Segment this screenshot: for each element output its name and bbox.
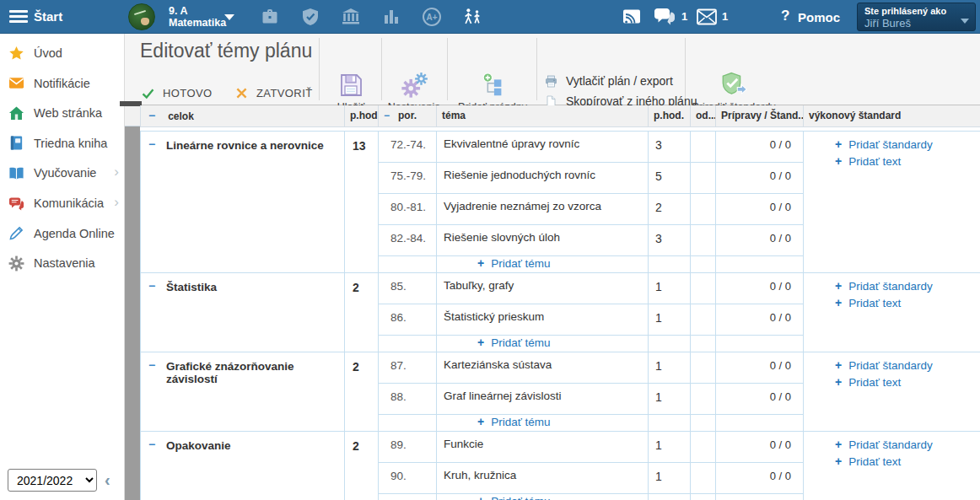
- help-question-icon[interactable]: ?: [781, 8, 789, 24]
- topic-order-cell[interactable]: 82.-84.: [379, 224, 437, 255]
- collapse-unit-icon[interactable]: −: [148, 279, 155, 293]
- topic-preparations-cell[interactable]: 0 / 0: [716, 383, 804, 414]
- collapse-unit-icon[interactable]: −: [148, 137, 155, 151]
- topic-hours-cell[interactable]: 3: [649, 131, 691, 162]
- topic-date-cell[interactable]: [691, 162, 716, 193]
- grades-a-plus-icon[interactable]: A+: [422, 7, 442, 27]
- topic-name-cell[interactable]: Funkcie: [437, 431, 649, 462]
- unit-hours-cell[interactable]: 2: [345, 272, 379, 352]
- add-topic-link[interactable]: +Pridať tému: [477, 257, 551, 270]
- topic-name-cell[interactable]: Štatistický prieskum: [437, 304, 649, 335]
- sidebar-item-web-stranka[interactable]: Web stránka: [0, 99, 125, 127]
- chevron-right-icon[interactable]: ›: [114, 194, 119, 211]
- add-standards-link[interactable]: +Pridať štandardy: [835, 438, 980, 451]
- unit-name-cell[interactable]: −Štatistika: [141, 272, 345, 352]
- topic-name-cell[interactable]: Graf lineárnej závislosti: [437, 383, 649, 414]
- topic-preparations-cell[interactable]: 0 / 0: [716, 352, 804, 383]
- unit-name-cell[interactable]: −Grafické znázorňovanie závislostí: [141, 352, 345, 431]
- sidebar-item-nastavenia[interactable]: Nastavenia: [0, 249, 125, 277]
- topic-name-cell[interactable]: Kruh, kružnica: [437, 462, 649, 493]
- class-avatar[interactable]: [128, 3, 155, 30]
- topic-date-cell[interactable]: [691, 462, 716, 493]
- class-dropdown-caret-icon[interactable]: [224, 14, 234, 20]
- unit-hours-cell[interactable]: 2: [345, 352, 379, 431]
- sidebar-item-vyucovanie[interactable]: Vyučovanie›: [0, 159, 125, 187]
- collapse-unit-icon[interactable]: −: [148, 438, 155, 451]
- institution-icon[interactable]: [341, 7, 361, 27]
- topic-hours-cell[interactable]: 1: [649, 462, 691, 493]
- topic-date-cell[interactable]: [691, 272, 716, 304]
- topic-date-cell[interactable]: [691, 224, 716, 255]
- chevron-right-icon[interactable]: ›: [114, 164, 119, 180]
- topic-date-cell[interactable]: [691, 352, 716, 383]
- add-topic-link[interactable]: +Pridať tému: [477, 416, 551, 428]
- topic-order-cell[interactable]: 80.-81.: [379, 193, 437, 224]
- topic-order-cell[interactable]: 87.: [379, 352, 437, 383]
- print-export-button[interactable]: Vytlačiť plán / export: [544, 71, 697, 91]
- topic-order-cell[interactable]: 89.: [379, 431, 437, 462]
- add-text-link[interactable]: +Pridať text: [835, 375, 980, 389]
- add-text-link[interactable]: +Pridať text: [835, 154, 980, 168]
- topic-name-cell[interactable]: Ekvivalentné úpravy rovníc: [437, 131, 649, 162]
- topic-preparations-cell[interactable]: 0 / 0: [716, 131, 804, 162]
- user-dropdown-caret-icon[interactable]: [961, 19, 969, 24]
- unit-name-cell[interactable]: −Opakovanie: [141, 431, 345, 500]
- topic-date-cell[interactable]: [691, 131, 716, 162]
- collapse-all-units-icon[interactable]: −: [148, 109, 155, 122]
- topic-preparations-cell[interactable]: 0 / 0: [716, 431, 804, 462]
- bar-chart-icon[interactable]: [381, 7, 401, 27]
- add-standards-link[interactable]: +Pridať štandardy: [835, 358, 980, 372]
- sidebar-item-notifikacie[interactable]: Notifikácie: [0, 69, 125, 98]
- topic-preparations-cell[interactable]: 0 / 0: [716, 272, 804, 304]
- topic-hours-cell[interactable]: 2: [649, 193, 691, 224]
- sidebar-item-triedna-kniha[interactable]: Triedna kniha: [0, 129, 125, 158]
- sidebar-item-komunikacia[interactable]: Komunikácia›: [0, 189, 125, 218]
- topic-date-cell[interactable]: [691, 383, 716, 414]
- topic-order-cell[interactable]: 72.-74.: [379, 131, 437, 162]
- sidebar-collapse-icon[interactable]: ‹: [105, 470, 110, 490]
- attendance-people-icon[interactable]: [462, 7, 482, 27]
- scroll-strip[interactable]: [125, 126, 140, 500]
- screen-cast-icon[interactable]: [622, 7, 642, 27]
- add-text-link[interactable]: +Pridať text: [835, 454, 980, 468]
- topic-hours-cell[interactable]: 3: [649, 224, 691, 255]
- briefcase-icon[interactable]: [260, 7, 280, 27]
- school-year-select[interactable]: 2021/2022: [8, 469, 97, 492]
- done-button[interactable]: HOTOVO: [141, 86, 213, 100]
- topic-hours-cell[interactable]: 1: [649, 383, 691, 414]
- topic-name-cell[interactable]: Karteziánska sústava: [437, 352, 649, 383]
- topic-preparations-cell[interactable]: 0 / 0: [716, 304, 804, 335]
- class-selector[interactable]: 9. A Matematika: [169, 5, 226, 29]
- topic-hours-cell[interactable]: 5: [649, 162, 691, 193]
- topic-date-cell[interactable]: [691, 193, 716, 224]
- signed-in-user-box[interactable]: Ste prihlásený ako Jiří Bureš: [857, 3, 976, 31]
- collapse-all-topics-icon[interactable]: −: [384, 110, 390, 121]
- add-text-link[interactable]: +Pridať text: [835, 296, 980, 309]
- add-topic-link[interactable]: +Pridať tému: [477, 495, 551, 500]
- unit-hours-cell[interactable]: 2: [345, 431, 379, 500]
- collapse-unit-icon[interactable]: −: [148, 358, 155, 372]
- add-topic-link[interactable]: +Pridať tému: [477, 336, 551, 349]
- topic-hours-cell[interactable]: 1: [649, 352, 691, 383]
- topic-order-cell[interactable]: 90.: [379, 462, 437, 493]
- topic-date-cell[interactable]: [691, 304, 716, 335]
- mail-icon[interactable]: [697, 8, 717, 25]
- add-standards-link[interactable]: +Pridať štandardy: [835, 137, 980, 151]
- sidebar-item-agenda-online[interactable]: Agenda Online: [0, 219, 125, 248]
- topic-preparations-cell[interactable]: 0 / 0: [716, 193, 804, 224]
- topic-hours-cell[interactable]: 1: [649, 304, 691, 335]
- unit-hours-cell[interactable]: 13: [345, 131, 379, 272]
- add-standards-link[interactable]: +Pridať štandardy: [835, 279, 980, 293]
- help-label[interactable]: Pomoc: [798, 10, 840, 24]
- topic-order-cell[interactable]: 75.-79.: [379, 162, 437, 193]
- topic-preparations-cell[interactable]: 0 / 0: [716, 224, 804, 255]
- start-menu-label[interactable]: Štart: [34, 9, 62, 24]
- sidebar-item-uvod[interactable]: Úvod: [0, 39, 125, 67]
- topic-hours-cell[interactable]: 1: [649, 272, 691, 304]
- topic-name-cell[interactable]: Tabuľky, grafy: [437, 272, 649, 304]
- topic-name-cell[interactable]: Riešenie jednoduchých rovníc: [437, 162, 649, 193]
- hamburger-menu-icon[interactable]: [9, 10, 28, 24]
- topic-order-cell[interactable]: 88.: [379, 383, 437, 414]
- close-button[interactable]: ZATVORIŤ: [234, 86, 313, 100]
- topic-order-cell[interactable]: 85.: [379, 272, 437, 304]
